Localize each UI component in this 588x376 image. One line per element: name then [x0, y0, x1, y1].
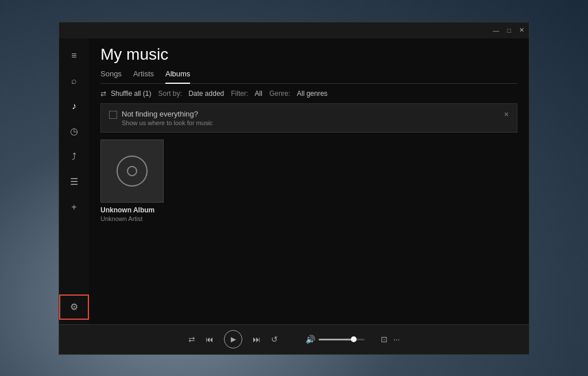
- banner-subtitle: Show us where to look for music: [122, 119, 212, 126]
- search-icon: ⌕: [71, 76, 77, 86]
- volume-area: 🔊: [305, 335, 365, 344]
- tab-songs[interactable]: Songs: [100, 69, 122, 84]
- sidebar-item-charts[interactable]: ⤴: [59, 144, 89, 169]
- sidebar-item-recent[interactable]: ◷: [59, 119, 89, 144]
- genre-value: All genres: [297, 90, 327, 98]
- shuffle-button[interactable]: ⇄: [188, 335, 195, 344]
- sort-value: Date added: [188, 90, 224, 98]
- genre-prefix: Genre:: [269, 90, 291, 98]
- charts-icon: ⤴: [72, 152, 76, 162]
- banner-title: Not finding everything?: [122, 110, 212, 118]
- filter-control[interactable]: Filter: All: [231, 90, 262, 98]
- shuffle-player-icon: ⇄: [188, 335, 195, 344]
- banner-content: Not finding everything? Show us where to…: [109, 110, 212, 126]
- shuffle-all-button[interactable]: ⇄ Shuffle all (1): [100, 90, 151, 98]
- main-layout: ≡ ⌕ ♪ ◷ ⤴ ☰ + ⚙: [59, 38, 529, 324]
- toolbar: ⇄ Shuffle all (1) Sort by: Date added Fi…: [89, 84, 529, 103]
- previous-button[interactable]: ⏮: [206, 335, 214, 344]
- album-card[interactable]: Unknown Album Unknown Artist: [100, 139, 164, 222]
- music-note-icon: ♪: [72, 101, 76, 111]
- close-button[interactable]: ✕: [519, 26, 524, 34]
- next-button[interactable]: ⏭: [253, 335, 261, 344]
- banner-text: Not finding everything? Show us where to…: [122, 110, 212, 126]
- tab-albums[interactable]: Albums: [165, 69, 190, 84]
- sidebar-item-mymusic[interactable]: ♪: [59, 94, 89, 119]
- tabs-bar: Songs Artists Albums: [100, 69, 517, 84]
- repeat-icon: ↺: [271, 335, 278, 344]
- minimize-button[interactable]: —: [493, 27, 499, 34]
- mini-view-button[interactable]: ⊡: [381, 335, 388, 344]
- volume-icon: 🔊: [305, 335, 315, 344]
- album-name: Unknown Album: [100, 206, 164, 214]
- sidebar-item-add[interactable]: +: [59, 195, 89, 220]
- album-art-disc: [117, 156, 148, 187]
- album-artist: Unknown Artist: [100, 215, 164, 222]
- play-button[interactable]: ▶: [224, 330, 242, 348]
- banner-checkbox[interactable]: [109, 111, 117, 119]
- settings-icon: ⚙: [70, 301, 78, 312]
- mini-view-icon: ⊡: [381, 335, 388, 344]
- shuffle-label: Shuffle all (1): [111, 90, 151, 98]
- recent-icon: ◷: [70, 126, 78, 137]
- app-window: — □ ✕ ≡ ⌕ ♪ ◷ ⤴ ☰ +: [59, 22, 529, 355]
- page-title: My music: [100, 45, 517, 64]
- playlists-icon: ☰: [70, 176, 78, 187]
- volume-knob: [351, 336, 357, 342]
- more-icon: ···: [393, 335, 400, 344]
- title-bar: — □ ✕: [59, 22, 529, 38]
- albums-grid: Unknown Album Unknown Artist: [89, 139, 529, 324]
- previous-icon: ⏮: [206, 335, 214, 344]
- player-right: ⊡ ···: [381, 335, 400, 344]
- sidebar-item-search[interactable]: ⌕: [59, 68, 89, 94]
- banner-close-button[interactable]: ×: [504, 110, 509, 119]
- not-finding-banner: Not finding everything? Show us where to…: [100, 103, 517, 133]
- content-area: My music Songs Artists Albums ⇄ Shuffle …: [89, 38, 529, 324]
- player-bar: ⇄ ⏮ ▶ ⏭ ↺ 🔊 ⊡ ···: [59, 324, 529, 354]
- sidebar-bottom: ⚙: [59, 294, 89, 324]
- repeat-button[interactable]: ↺: [271, 335, 278, 344]
- maximize-button[interactable]: □: [507, 27, 511, 34]
- filter-prefix: Filter:: [231, 90, 248, 98]
- content-header: My music Songs Artists Albums: [89, 38, 529, 84]
- add-icon: +: [71, 202, 76, 212]
- sidebar-item-playlists[interactable]: ☰: [59, 169, 89, 195]
- play-icon: ▶: [231, 335, 236, 343]
- shuffle-icon: ⇄: [100, 90, 106, 98]
- sidebar-item-menu[interactable]: ≡: [59, 43, 89, 68]
- sort-prefix: Sort by:: [158, 90, 181, 98]
- tab-artists[interactable]: Artists: [133, 69, 154, 84]
- next-icon: ⏭: [253, 335, 261, 344]
- filter-value: All: [255, 90, 262, 98]
- volume-button[interactable]: 🔊: [305, 335, 315, 344]
- volume-slider[interactable]: [319, 339, 365, 340]
- settings-button[interactable]: ⚙: [59, 294, 89, 320]
- sidebar: ≡ ⌕ ♪ ◷ ⤴ ☰ + ⚙: [59, 38, 89, 324]
- volume-fill: [319, 339, 353, 340]
- album-art: [100, 139, 164, 203]
- genre-control[interactable]: Genre: All genres: [269, 90, 327, 98]
- more-options-button[interactable]: ···: [393, 335, 400, 344]
- sort-control[interactable]: Sort by: Date added: [158, 90, 224, 98]
- menu-icon: ≡: [71, 51, 76, 61]
